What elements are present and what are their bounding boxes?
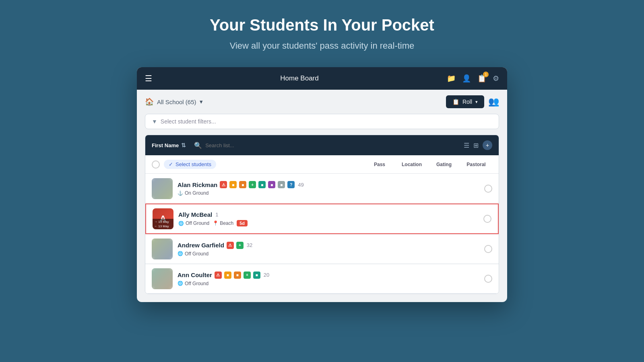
chevron-down-icon: ▾	[200, 98, 203, 105]
student-avatar: A→ 13 May← 13 May	[153, 208, 173, 229]
status-text: Off Ground	[185, 251, 208, 257]
student-count: 20	[264, 272, 269, 278]
house-icon: 🏠	[145, 97, 154, 106]
roll-icon: 📋	[452, 99, 459, 105]
student-avatar	[152, 178, 173, 199]
pastoral-column: Pastoral	[460, 162, 492, 167]
roll-label: Roll	[462, 99, 472, 105]
tag-green-icon: +	[236, 242, 244, 249]
table-row[interactable]: Andrew Garfield⚠+32🌐 Off Ground	[145, 234, 499, 264]
table-actions: ☰ ⊞ +	[464, 140, 492, 150]
location-column: Location	[396, 162, 428, 167]
tag-red-icon: ⚠	[220, 181, 227, 188]
user-icon[interactable]: 👤	[462, 74, 471, 83]
group-button[interactable]: 👥	[488, 97, 499, 107]
search-input[interactable]	[205, 142, 459, 148]
table-row[interactable]: Alan Rickman⚠■■+■■■?49⚓ On Ground	[145, 174, 499, 204]
tag-red-icon: ⚠	[227, 242, 234, 249]
tag-purple-icon: ■	[268, 181, 275, 188]
column-headers: ✓ Select students Pass Location Gating P…	[145, 155, 499, 174]
sub-header: 🏠 All School (65) ▾ 📋 Roll ▾ 👥	[137, 90, 507, 114]
table-row[interactable]: Ann Coulter⚠■■+■20🌐 Off Ground	[145, 264, 499, 294]
roll-button[interactable]: 📋 Roll ▾	[446, 95, 484, 108]
student-name: Ann Coulter	[178, 272, 212, 278]
sd-badge: 5d	[237, 220, 248, 226]
student-checkbox[interactable]	[484, 275, 492, 283]
student-info: Ann Coulter⚠■■+■20🌐 Off Ground	[178, 272, 475, 286]
tag-green-icon: +	[249, 181, 256, 188]
search-icon: 🔍	[194, 142, 202, 149]
select-label-text: Select students	[175, 161, 211, 167]
filter-icon: ▼	[152, 118, 157, 125]
sort-icon[interactable]: ⇅	[181, 142, 186, 148]
nav-title: Home Board	[280, 74, 318, 82]
tag-gray-icon: ■	[278, 181, 285, 188]
student-name: Andrew Garfield	[178, 242, 224, 249]
tag-teal-icon: ■	[253, 272, 260, 279]
status-icon: 🌐	[178, 221, 184, 226]
student-name: Ally McBeal	[178, 211, 212, 218]
gating-column: Gating	[428, 162, 460, 167]
list-view-icon[interactable]: ☰	[464, 142, 469, 149]
tag-blue-q-icon: ?	[287, 181, 295, 188]
filter-input-container[interactable]: ▼ Select student filters...	[145, 114, 499, 129]
school-label: All School (65)	[157, 99, 196, 105]
student-info: Ally McBeal1🌐 Off Ground📍Beach5d	[178, 211, 475, 226]
nav-bar: ☰ Home Board 📁 👤 📋 1 ⚙	[137, 67, 507, 90]
table-header: First Name ⇅ 🔍 ☰ ⊞ +	[145, 135, 499, 155]
search-area: 🔍	[194, 142, 459, 149]
student-info: Andrew Garfield⚠+32🌐 Off Ground	[178, 242, 475, 257]
tag-red-icon: ⚠	[215, 272, 222, 279]
student-info: Alan Rickman⚠■■+■■■?49⚓ On Ground	[178, 181, 475, 196]
folder-icon[interactable]: 📁	[447, 74, 456, 83]
settings-icon[interactable]: ⚙	[493, 74, 499, 83]
tag-yellow-icon: ■	[224, 272, 231, 279]
add-icon[interactable]: +	[483, 140, 492, 150]
hero-subtitle: View all your students' pass activity in…	[230, 41, 415, 51]
status-text: Off Ground	[185, 281, 208, 286]
status-icon: 🌐	[178, 281, 183, 286]
select-students-label[interactable]: ✓ Select students	[164, 160, 216, 169]
pass-column: Pass	[363, 162, 396, 167]
student-rows: Alan Rickman⚠■■+■■■?49⚓ On GroundA→ 13 M…	[145, 174, 499, 294]
student-name: Alan Rickman	[178, 181, 217, 188]
check-icon: ✓	[169, 161, 173, 167]
roll-chevron-icon: ▾	[475, 99, 478, 105]
status-text: Off Ground	[186, 220, 209, 226]
select-all-checkbox[interactable]	[152, 160, 160, 169]
clipboard-icon[interactable]: 📋 1	[477, 74, 486, 83]
status-icon: 🌐	[178, 251, 183, 256]
tag-green-icon: +	[244, 272, 251, 279]
student-checkbox[interactable]	[483, 215, 491, 223]
filter-placeholder: Select student filters...	[161, 118, 216, 125]
clipboard-badge: 1	[483, 72, 489, 77]
student-avatar	[152, 239, 173, 259]
tag-teal-icon: ■	[258, 181, 266, 188]
sub-header-right: 📋 Roll ▾ 👥	[446, 95, 499, 108]
student-count: 32	[247, 242, 252, 248]
firstname-label: First Name	[152, 142, 179, 148]
student-avatar	[152, 268, 173, 289]
tag-yellow-icon: ■	[229, 181, 237, 188]
tag-orange-icon: ■	[239, 181, 246, 188]
status-text: On Ground	[185, 190, 208, 196]
grid-view-icon[interactable]: ⊞	[473, 142, 479, 149]
student-checkbox[interactable]	[484, 245, 492, 253]
student-checkbox[interactable]	[484, 185, 492, 193]
student-table: First Name ⇅ 🔍 ☰ ⊞ + ✓ Select students	[145, 135, 499, 294]
status-icon: ⚓	[178, 191, 183, 196]
app-window: ☰ Home Board 📁 👤 📋 1 ⚙ 🏠 All School (65)…	[137, 67, 507, 302]
table-row[interactable]: A→ 13 May← 13 MayAlly McBeal1🌐 Off Groun…	[145, 204, 499, 234]
avatar-date-overlay: → 13 May← 13 May	[153, 219, 173, 229]
student-count: 49	[298, 182, 303, 188]
firstname-column-header: First Name ⇅	[152, 142, 186, 148]
menu-icon[interactable]: ☰	[145, 74, 152, 83]
location-text: Beach	[220, 220, 233, 226]
hero-title: Your Students In Your Pocket	[210, 16, 434, 34]
tag-orange-icon: ■	[234, 272, 241, 279]
nav-right: 📁 👤 📋 1 ⚙	[447, 74, 499, 83]
school-selector[interactable]: 🏠 All School (65) ▾	[145, 97, 203, 106]
header-checkbox-col	[152, 160, 164, 169]
filter-bar: ▼ Select student filters...	[137, 114, 507, 135]
student-count: 1	[215, 212, 218, 218]
